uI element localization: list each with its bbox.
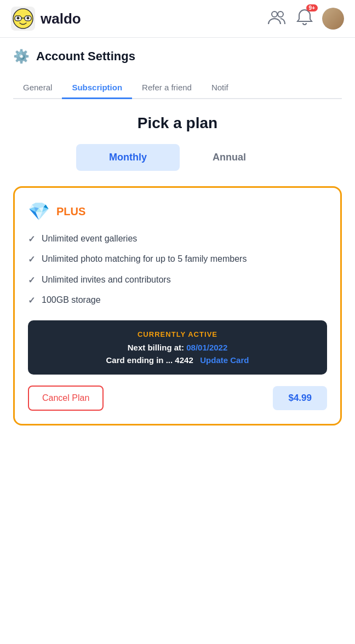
checkmark-icon: ✓	[28, 254, 35, 266]
header: waldo 9+	[0, 0, 355, 38]
tab-general[interactable]: General	[13, 77, 62, 99]
plus-plan-card: 💎 PLUS ✓ Unlimited event galleries ✓ Unl…	[13, 186, 342, 426]
svg-point-5	[17, 17, 20, 20]
plan-card-header: 💎 PLUS	[28, 201, 327, 222]
user-avatar[interactable]	[322, 8, 344, 30]
pick-plan-heading: Pick a plan	[13, 114, 342, 132]
waldo-logo-icon	[11, 7, 35, 31]
monthly-toggle-button[interactable]: Monthly	[76, 144, 180, 171]
checkmark-icon: ✓	[28, 233, 35, 245]
notification-badge: 9+	[306, 4, 318, 12]
next-billing-date: 08/01/2022	[186, 343, 227, 352]
avatar-image	[322, 8, 344, 30]
svg-point-7	[272, 12, 277, 17]
people-icon-button[interactable]	[267, 8, 287, 30]
settings-tabs: General Subscription Refer a friend Noti…	[13, 77, 342, 99]
plan-name-label: PLUS	[56, 205, 85, 218]
currently-active-box: CURRENTLY ACTIVE Next billing at: 08/01/…	[28, 320, 327, 375]
tab-notifications[interactable]: Notif	[202, 77, 238, 99]
card-footer: Cancel Plan $4.99	[28, 386, 327, 411]
feature-text: Unlimited event galleries	[42, 233, 137, 245]
plan-billing-toggle: Monthly Annual	[13, 144, 342, 171]
svg-point-8	[278, 12, 283, 17]
feature-text: 100GB storage	[42, 294, 101, 306]
checkmark-icon: ✓	[28, 274, 35, 286]
update-card-link[interactable]: Update Card	[200, 355, 249, 365]
page-heading: ⚙️ Account Settings	[13, 49, 342, 64]
header-actions: 9+	[267, 8, 344, 30]
logo-text: waldo	[41, 10, 81, 27]
currently-active-label: CURRENTLY ACTIVE	[39, 330, 316, 338]
feature-item: ✓ Unlimited event galleries	[28, 233, 327, 245]
logo-area: waldo	[11, 7, 81, 31]
feature-item: ✓ Unlimited photo matching for up to 5 f…	[28, 253, 327, 266]
price-button[interactable]: $4.99	[273, 386, 327, 410]
svg-point-6	[27, 17, 30, 20]
feature-text: Unlimited invites and contributors	[42, 274, 171, 286]
feature-item: ✓ 100GB storage	[28, 294, 327, 307]
card-ending-text: Card ending in ... 4242	[106, 355, 193, 365]
feature-item: ✓ Unlimited invites and contributors	[28, 274, 327, 286]
feature-text: Unlimited photo matching for up to 5 fam…	[42, 253, 247, 265]
people-icon	[267, 8, 287, 27]
notification-bell-button[interactable]: 9+	[295, 8, 314, 30]
next-billing-label: Next billing at:	[128, 343, 184, 352]
page-title: Account Settings	[36, 49, 135, 64]
checkmark-icon: ✓	[28, 295, 35, 307]
tab-subscription[interactable]: Subscription	[62, 77, 132, 99]
cancel-plan-button[interactable]: Cancel Plan	[28, 386, 104, 411]
features-list: ✓ Unlimited event galleries ✓ Unlimited …	[28, 233, 327, 307]
next-billing-info: Next billing at: 08/01/2022	[39, 343, 316, 352]
annual-toggle-button[interactable]: Annual	[180, 144, 279, 171]
diamond-icon: 💎	[28, 201, 50, 222]
settings-gear-icon: ⚙️	[13, 49, 30, 64]
page-content: ⚙️ Account Settings General Subscription…	[0, 38, 355, 436]
tab-refer[interactable]: Refer a friend	[132, 77, 202, 99]
card-info-line: Card ending in ... 4242 Update Card	[39, 355, 316, 365]
